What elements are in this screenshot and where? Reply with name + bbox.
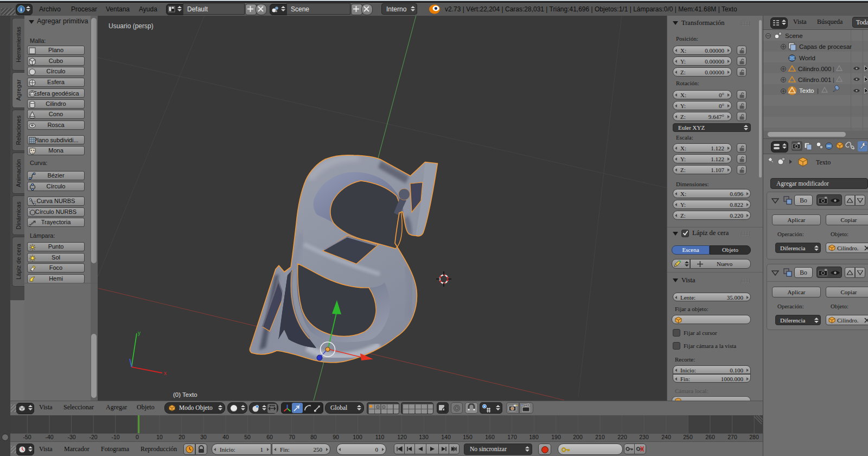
svg-text:10: 10 xyxy=(156,434,163,440)
svg-text:100: 100 xyxy=(353,434,362,440)
svg-text:270: 270 xyxy=(727,434,737,440)
svg-text:90: 90 xyxy=(333,434,339,440)
svg-text:Cilindro.000: Cilindro.000 xyxy=(798,66,831,72)
svg-text:(0) Texto: (0) Texto xyxy=(173,391,197,398)
svg-text:-20: -20 xyxy=(89,434,97,440)
svg-text:150: 150 xyxy=(463,434,473,440)
svg-text:210: 210 xyxy=(595,434,605,440)
svg-text:180: 180 xyxy=(529,434,539,440)
svg-text:y: y xyxy=(138,330,141,336)
svg-text:-50: -50 xyxy=(23,434,31,440)
svg-text:40: 40 xyxy=(222,434,229,440)
svg-text:Usuario (persp): Usuario (persp) xyxy=(108,22,154,30)
svg-text:130: 130 xyxy=(419,434,429,440)
svg-text:|: | xyxy=(817,87,819,94)
svg-text:280: 280 xyxy=(749,434,759,440)
svg-text:170: 170 xyxy=(507,434,517,440)
svg-text:160: 160 xyxy=(485,434,495,440)
svg-text:110: 110 xyxy=(375,434,385,440)
svg-text:190: 190 xyxy=(551,434,561,440)
svg-text:-30: -30 xyxy=(67,434,75,440)
svg-text:80: 80 xyxy=(310,434,317,440)
svg-text:Texto: Texto xyxy=(799,87,814,94)
svg-text:70: 70 xyxy=(289,434,295,440)
svg-text:x: x xyxy=(164,370,167,376)
svg-text:-40: -40 xyxy=(45,434,53,440)
svg-text:260: 260 xyxy=(705,434,715,440)
svg-text:|: | xyxy=(833,77,834,83)
svg-text:200: 200 xyxy=(573,434,583,440)
svg-text:i: i xyxy=(21,7,22,12)
svg-text:World: World xyxy=(799,55,815,61)
svg-text:|: | xyxy=(833,66,834,72)
svg-text:60: 60 xyxy=(266,434,273,440)
svg-text:30: 30 xyxy=(200,434,207,440)
svg-text:230: 230 xyxy=(639,434,649,440)
svg-text:Scene: Scene xyxy=(785,33,803,39)
svg-text:120: 120 xyxy=(397,434,407,440)
svg-text:Capas de procesar: Capas de procesar xyxy=(799,43,852,50)
svg-text:-10: -10 xyxy=(111,434,119,440)
svg-text:250: 250 xyxy=(683,434,693,440)
svg-text:0: 0 xyxy=(136,434,139,440)
svg-text:140: 140 xyxy=(441,434,451,440)
svg-text:Cilindro.001: Cilindro.001 xyxy=(798,77,831,83)
svg-text:220: 220 xyxy=(617,434,627,440)
svg-text:20: 20 xyxy=(178,434,185,440)
svg-text:50: 50 xyxy=(244,434,251,440)
svg-text:240: 240 xyxy=(661,434,671,440)
